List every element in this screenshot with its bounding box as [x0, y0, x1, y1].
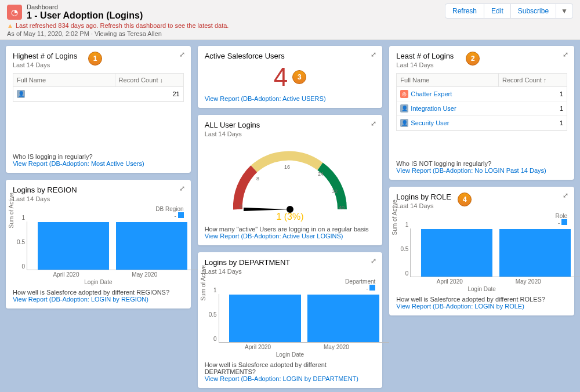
col-count[interactable]: Record Count ↓: [115, 74, 183, 86]
legend-swatch: [369, 285, 375, 291]
card-subtitle: Last 14 Days: [396, 202, 567, 209]
user-icon: 👤: [17, 90, 25, 98]
card-question: How well is Salesforce adopted by differ…: [13, 289, 184, 296]
bar-chart: 0 0.5 1: [27, 222, 198, 270]
highest-table: Full Name Record Count ↓ 👤 21: [13, 73, 184, 102]
x-axis-title: Login Date: [205, 351, 376, 358]
page-title: 1 - User Adoption (Logins): [27, 10, 143, 21]
view-report-link[interactable]: View Report (DB-Adoption: LOGIN by DEPAR…: [205, 375, 376, 382]
expand-icon[interactable]: ⤢: [371, 50, 376, 59]
card-least-logins: ⤢ Least # of Logins Last 14 Days 2 Full …: [389, 46, 574, 180]
legend-swatch: [561, 219, 567, 225]
table-row[interactable]: ◎Chatter Expert 1: [397, 87, 567, 101]
card-question: How well is Salesforce adopted by differ…: [205, 361, 376, 375]
bar-chart: 0 0.5 1: [219, 294, 390, 343]
y-axis-title: Sum of Active: [392, 199, 398, 235]
more-menu-button[interactable]: ▼: [556, 3, 573, 19]
expand-icon[interactable]: ⤢: [371, 119, 376, 128]
expand-icon[interactable]: ⤢: [371, 257, 376, 265]
card-subtitle: Last 14 Days: [13, 195, 184, 202]
legend-title: Department: [345, 278, 375, 285]
card-highest-logins: ⤢ Highest # of Logins Last 14 Days 1 Ful…: [6, 46, 191, 173]
expand-icon[interactable]: ⤢: [563, 50, 568, 59]
user-icon: ◎: [400, 90, 408, 98]
table-row[interactable]: 👤 21: [13, 87, 183, 101]
card-all-logins: ⤢ ALL User Logins Last 14 Days 0 8 16 24…: [198, 115, 383, 245]
metric-value: 4: [274, 63, 288, 92]
card-title: Logins by DEPARTMENT: [205, 258, 376, 267]
edit-button[interactable]: Edit: [484, 3, 511, 19]
legend-title: DB Region: [155, 206, 183, 212]
card-logins-region: ⤢ Logins by REGION Last 14 Days DB Regio…: [6, 180, 191, 308]
dashboard-header: ◔ Dashboard 1 - User Adoption (Logins) ▲…: [0, 0, 580, 40]
svg-marker-0: [244, 208, 290, 211]
view-report-link[interactable]: View Report (DB-Adoption: Active User LO…: [205, 233, 376, 239]
card-title: ALL User Logins: [205, 121, 376, 129]
view-report-link[interactable]: View Report (DB-Adoption: LOGIN by ROLE): [396, 303, 567, 310]
card-subtitle: Last 14 Days: [205, 268, 376, 275]
card-question: Who IS NOT logging in regularly?: [396, 160, 567, 167]
card-subtitle: Last 14 Days: [205, 130, 376, 137]
expand-icon[interactable]: ⤢: [179, 184, 185, 193]
gauge-value-label: 1 (3%): [276, 212, 303, 222]
legend-title: Role: [555, 213, 567, 219]
view-report-link[interactable]: View Report (DB-Adoption: No LOGIN Past …: [396, 167, 567, 174]
card-question: How well is Salesforce adopted by differ…: [396, 296, 567, 303]
least-table: Full Name Record Count ↑ ◎Chatter Expert…: [396, 73, 567, 131]
svg-text:24: 24: [318, 171, 324, 177]
x-axis-title: Login Date: [13, 279, 184, 285]
x-axis-title: Login Date: [396, 286, 567, 292]
bar-chart: 0 0.5 1: [410, 228, 580, 277]
gauge-chart: 0 8 16 24 32 40 1 (3%): [205, 140, 376, 222]
col-count[interactable]: Record Count ↑: [499, 74, 567, 86]
refresh-button[interactable]: Refresh: [445, 3, 484, 19]
annotation-badge-3: 3: [292, 70, 306, 84]
viewing-as-text: As of May 11, 2020, 2:02 PM · Viewing as…: [7, 30, 229, 37]
card-question: How many "active" Users are logging in o…: [205, 226, 376, 233]
view-report-link[interactable]: View Report (DB-Adoption: LOGIN by REGIO…: [13, 296, 184, 303]
table-row[interactable]: 👤Security User 1: [397, 116, 567, 130]
view-report-link[interactable]: View Report (DB-Adoption: Active USERS): [205, 95, 376, 102]
card-logins-dept: ⤢ Logins by DEPARTMENT Last 14 Days Depa…: [198, 252, 383, 388]
card-active-users: ⤢ Active Salesforce Users 4 3 View Repor…: [198, 46, 383, 108]
view-report-link[interactable]: View Report (DB-Adoption: Most Active Us…: [13, 160, 184, 167]
y-axis-title: Sum of Active: [200, 265, 206, 300]
col-fullname[interactable]: Full Name: [13, 74, 115, 86]
card-logins-role: ⤢ Logins by ROLE Last 14 Days 4 Role - S…: [389, 187, 574, 315]
expand-icon[interactable]: ⤢: [563, 191, 568, 199]
table-row[interactable]: 👤Integration User 1: [397, 101, 567, 116]
svg-text:40: 40: [339, 205, 345, 210]
subscribe-button[interactable]: Subscribe: [511, 3, 556, 19]
svg-text:8: 8: [256, 176, 259, 182]
warning-icon: ▲: [7, 22, 13, 29]
svg-text:16: 16: [284, 164, 290, 170]
dashboard-icon: ◔: [7, 5, 22, 20]
card-title: Active Salesforce Users: [205, 52, 376, 60]
user-icon: 👤: [400, 119, 408, 127]
warning-banner: ▲ Last refreshed 834 days ago. Refresh t…: [7, 22, 229, 29]
card-title: Logins by ROLE: [396, 193, 567, 201]
y-axis-title: Sum of Active: [8, 193, 14, 228]
expand-icon[interactable]: ⤢: [179, 50, 185, 59]
svg-text:32: 32: [332, 188, 338, 194]
card-subtitle: Last 14 Days: [396, 61, 567, 68]
breadcrumb: Dashboard: [27, 3, 143, 10]
user-icon: 👤: [400, 104, 408, 112]
col-fullname[interactable]: Full Name: [397, 74, 499, 86]
card-title: Logins by REGION: [13, 186, 184, 194]
card-question: Who IS logging in regularly?: [13, 153, 184, 160]
legend-swatch: [178, 212, 184, 218]
card-title: Least # of Logins: [396, 52, 567, 60]
svg-text:0: 0: [240, 204, 242, 209]
annotation-badge-1: 1: [88, 52, 102, 66]
